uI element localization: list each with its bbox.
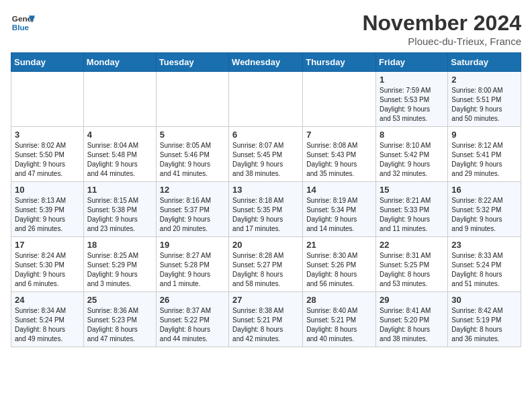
day-info: Sunrise: 8:15 AM Sunset: 5:38 PM Dayligh… <box>87 196 152 234</box>
month-title: November 2024 <box>362 11 521 36</box>
calendar-cell: 12Sunrise: 8:16 AM Sunset: 5:37 PM Dayli… <box>156 182 228 237</box>
day-info: Sunrise: 8:07 AM Sunset: 5:45 PM Dayligh… <box>232 141 299 179</box>
day-info: Sunrise: 8:41 AM Sunset: 5:20 PM Dayligh… <box>380 306 444 344</box>
day-info: Sunrise: 8:12 AM Sunset: 5:41 PM Dayligh… <box>451 141 517 179</box>
calendar-cell: 8Sunrise: 8:10 AM Sunset: 5:42 PM Daylig… <box>376 127 448 182</box>
calendar-body: 1Sunrise: 7:59 AM Sunset: 5:53 PM Daylig… <box>11 72 521 347</box>
calendar-week-4: 17Sunrise: 8:24 AM Sunset: 5:30 PM Dayli… <box>11 237 521 292</box>
calendar-cell: 16Sunrise: 8:22 AM Sunset: 5:32 PM Dayli… <box>448 182 521 237</box>
day-info: Sunrise: 8:02 AM Sunset: 5:50 PM Dayligh… <box>15 141 80 179</box>
calendar-cell: 28Sunrise: 8:40 AM Sunset: 5:21 PM Dayli… <box>303 292 376 347</box>
calendar-cell: 23Sunrise: 8:33 AM Sunset: 5:24 PM Dayli… <box>448 237 521 292</box>
calendar-cell: 30Sunrise: 8:42 AM Sunset: 5:19 PM Dayli… <box>448 292 521 347</box>
day-number: 9 <box>451 130 517 140</box>
calendar-cell <box>156 72 228 127</box>
calendar-cell: 6Sunrise: 8:07 AM Sunset: 5:45 PM Daylig… <box>229 127 303 182</box>
day-info: Sunrise: 8:19 AM Sunset: 5:34 PM Dayligh… <box>306 196 372 234</box>
day-info: Sunrise: 8:30 AM Sunset: 5:26 PM Dayligh… <box>306 251 372 289</box>
day-info: Sunrise: 8:25 AM Sunset: 5:29 PM Dayligh… <box>87 251 152 289</box>
day-info: Sunrise: 7:59 AM Sunset: 5:53 PM Dayligh… <box>380 86 444 124</box>
day-number: 26 <box>160 295 225 305</box>
day-number: 30 <box>451 295 517 305</box>
title-block: November 2024 Plouec-du-Trieux, France <box>362 11 521 47</box>
day-number: 12 <box>160 185 225 195</box>
day-number: 16 <box>451 185 517 195</box>
logo: General Blue <box>11 11 35 35</box>
column-header-wednesday: Wednesday <box>229 53 303 72</box>
calendar-week-1: 1Sunrise: 7:59 AM Sunset: 5:53 PM Daylig… <box>11 72 521 127</box>
day-number: 17 <box>15 240 80 250</box>
calendar-cell <box>229 72 303 127</box>
calendar-cell: 10Sunrise: 8:13 AM Sunset: 5:39 PM Dayli… <box>11 182 84 237</box>
day-number: 13 <box>232 185 299 195</box>
day-info: Sunrise: 8:28 AM Sunset: 5:27 PM Dayligh… <box>232 251 299 289</box>
day-number: 10 <box>15 185 80 195</box>
calendar-cell: 27Sunrise: 8:38 AM Sunset: 5:21 PM Dayli… <box>229 292 303 347</box>
day-number: 28 <box>306 295 372 305</box>
calendar-cell: 20Sunrise: 8:28 AM Sunset: 5:27 PM Dayli… <box>229 237 303 292</box>
day-number: 21 <box>306 240 372 250</box>
calendar-cell <box>83 72 156 127</box>
calendar-cell: 29Sunrise: 8:41 AM Sunset: 5:20 PM Dayli… <box>376 292 448 347</box>
day-number: 14 <box>306 185 372 195</box>
day-number: 4 <box>87 130 152 140</box>
day-info: Sunrise: 8:40 AM Sunset: 5:21 PM Dayligh… <box>306 306 372 344</box>
calendar-week-2: 3Sunrise: 8:02 AM Sunset: 5:50 PM Daylig… <box>11 127 521 182</box>
day-number: 11 <box>87 185 152 195</box>
calendar-cell: 21Sunrise: 8:30 AM Sunset: 5:26 PM Dayli… <box>303 237 376 292</box>
calendar-header-row: SundayMondayTuesdayWednesdayThursdayFrid… <box>11 53 521 72</box>
calendar-cell: 9Sunrise: 8:12 AM Sunset: 5:41 PM Daylig… <box>448 127 521 182</box>
calendar-cell: 17Sunrise: 8:24 AM Sunset: 5:30 PM Dayli… <box>11 237 84 292</box>
day-info: Sunrise: 8:08 AM Sunset: 5:43 PM Dayligh… <box>306 141 372 179</box>
day-number: 23 <box>451 240 517 250</box>
day-number: 1 <box>380 75 444 85</box>
day-info: Sunrise: 8:37 AM Sunset: 5:22 PM Dayligh… <box>160 306 225 344</box>
day-info: Sunrise: 8:16 AM Sunset: 5:37 PM Dayligh… <box>160 196 225 234</box>
calendar-cell: 15Sunrise: 8:21 AM Sunset: 5:33 PM Dayli… <box>376 182 448 237</box>
column-header-monday: Monday <box>83 53 156 72</box>
day-info: Sunrise: 8:38 AM Sunset: 5:21 PM Dayligh… <box>232 306 299 344</box>
calendar-cell: 11Sunrise: 8:15 AM Sunset: 5:38 PM Dayli… <box>83 182 156 237</box>
day-number: 7 <box>306 130 372 140</box>
day-info: Sunrise: 8:33 AM Sunset: 5:24 PM Dayligh… <box>451 251 517 289</box>
column-header-sunday: Sunday <box>11 53 84 72</box>
day-info: Sunrise: 8:21 AM Sunset: 5:33 PM Dayligh… <box>380 196 444 234</box>
calendar-week-5: 24Sunrise: 8:34 AM Sunset: 5:24 PM Dayli… <box>11 292 521 347</box>
day-info: Sunrise: 8:04 AM Sunset: 5:48 PM Dayligh… <box>87 141 152 179</box>
svg-text:Blue: Blue <box>12 23 30 32</box>
day-info: Sunrise: 8:13 AM Sunset: 5:39 PM Dayligh… <box>15 196 80 234</box>
calendar-cell: 19Sunrise: 8:27 AM Sunset: 5:28 PM Dayli… <box>156 237 228 292</box>
calendar-cell: 2Sunrise: 8:00 AM Sunset: 5:51 PM Daylig… <box>448 72 521 127</box>
column-header-thursday: Thursday <box>303 53 376 72</box>
calendar-cell: 26Sunrise: 8:37 AM Sunset: 5:22 PM Dayli… <box>156 292 228 347</box>
day-number: 2 <box>451 75 517 85</box>
column-header-tuesday: Tuesday <box>156 53 228 72</box>
day-info: Sunrise: 8:34 AM Sunset: 5:24 PM Dayligh… <box>15 306 80 344</box>
calendar-cell: 4Sunrise: 8:04 AM Sunset: 5:48 PM Daylig… <box>83 127 156 182</box>
location-subtitle: Plouec-du-Trieux, France <box>362 36 521 47</box>
day-number: 29 <box>380 295 444 305</box>
calendar-cell: 25Sunrise: 8:36 AM Sunset: 5:23 PM Dayli… <box>83 292 156 347</box>
calendar-cell: 3Sunrise: 8:02 AM Sunset: 5:50 PM Daylig… <box>11 127 84 182</box>
calendar-cell: 13Sunrise: 8:18 AM Sunset: 5:35 PM Dayli… <box>229 182 303 237</box>
calendar-cell <box>303 72 376 127</box>
calendar-week-3: 10Sunrise: 8:13 AM Sunset: 5:39 PM Dayli… <box>11 182 521 237</box>
day-number: 3 <box>15 130 80 140</box>
day-number: 5 <box>160 130 225 140</box>
day-info: Sunrise: 8:42 AM Sunset: 5:19 PM Dayligh… <box>451 306 517 344</box>
calendar-cell: 14Sunrise: 8:19 AM Sunset: 5:34 PM Dayli… <box>303 182 376 237</box>
day-number: 20 <box>232 240 299 250</box>
day-info: Sunrise: 8:36 AM Sunset: 5:23 PM Dayligh… <box>87 306 152 344</box>
day-info: Sunrise: 8:05 AM Sunset: 5:46 PM Dayligh… <box>160 141 225 179</box>
day-number: 22 <box>380 240 444 250</box>
day-info: Sunrise: 8:22 AM Sunset: 5:32 PM Dayligh… <box>451 196 517 234</box>
calendar-cell: 1Sunrise: 7:59 AM Sunset: 5:53 PM Daylig… <box>376 72 448 127</box>
day-number: 15 <box>380 185 444 195</box>
day-info: Sunrise: 8:10 AM Sunset: 5:42 PM Dayligh… <box>380 141 444 179</box>
day-number: 8 <box>380 130 444 140</box>
day-number: 25 <box>87 295 152 305</box>
calendar-cell: 24Sunrise: 8:34 AM Sunset: 5:24 PM Dayli… <box>11 292 84 347</box>
calendar-cell: 7Sunrise: 8:08 AM Sunset: 5:43 PM Daylig… <box>303 127 376 182</box>
day-number: 19 <box>160 240 225 250</box>
column-header-saturday: Saturday <box>448 53 521 72</box>
